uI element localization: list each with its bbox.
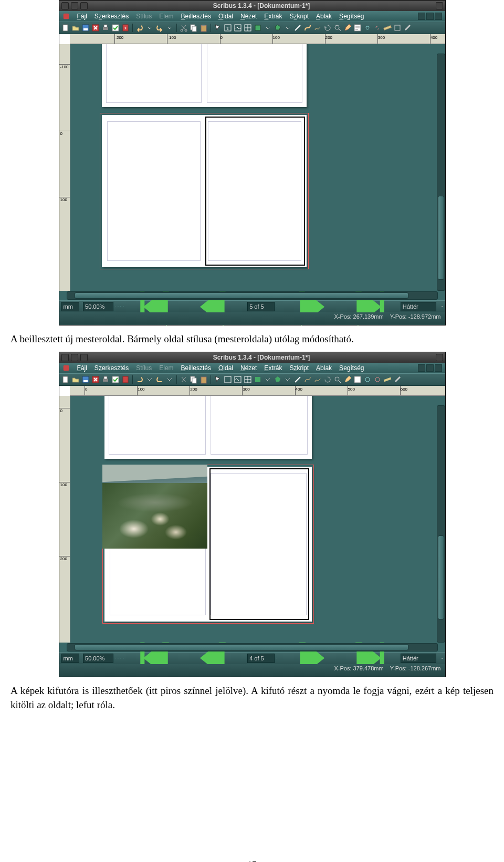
save-icon[interactable] xyxy=(81,375,90,384)
horizontal-scrollbar[interactable] xyxy=(67,291,438,300)
story-editor-icon[interactable] xyxy=(353,24,362,32)
image-frame-icon[interactable] xyxy=(234,375,242,384)
select-icon[interactable] xyxy=(214,24,222,32)
spinner-icon[interactable] xyxy=(115,303,116,310)
paste-icon[interactable] xyxy=(200,375,208,384)
zoom-100-icon[interactable]: 1 xyxy=(120,303,121,310)
chevron-down-icon[interactable] xyxy=(81,304,82,309)
window-button[interactable] xyxy=(71,354,78,361)
mdi-min-icon[interactable] xyxy=(418,13,425,20)
window-button[interactable] xyxy=(80,2,88,9)
menu-insert[interactable]: Beillesztés xyxy=(181,364,211,372)
print-icon[interactable] xyxy=(101,24,110,32)
zoom-icon[interactable] xyxy=(333,24,342,32)
menu-file[interactable]: Fájl xyxy=(77,364,87,372)
edit-text-icon[interactable] xyxy=(343,24,352,32)
menu-style[interactable]: Stílus xyxy=(136,364,152,372)
redo-icon[interactable] xyxy=(155,24,164,32)
page-field[interactable] xyxy=(247,654,275,663)
page-field[interactable] xyxy=(247,302,275,311)
menu-item[interactable]: Elem xyxy=(159,364,173,372)
mdi-close-icon[interactable] xyxy=(435,13,442,20)
unlink-icon[interactable] xyxy=(373,24,382,32)
spinner-icon[interactable] xyxy=(115,655,116,662)
eyedrop-icon[interactable] xyxy=(393,375,402,384)
chevron-down-icon[interactable] xyxy=(165,24,174,32)
vertical-scrollbar[interactable] xyxy=(437,405,445,643)
zoom-field[interactable] xyxy=(83,302,113,311)
pdf-icon[interactable] xyxy=(121,375,130,384)
menu-edit[interactable]: Szerkesztés xyxy=(94,13,129,20)
menu-page[interactable]: Oldal xyxy=(218,13,233,20)
undo-icon[interactable] xyxy=(135,375,144,384)
measure-icon[interactable] xyxy=(383,24,392,32)
chevron-down-icon[interactable] xyxy=(284,375,292,384)
chevron-down-icon[interactable] xyxy=(165,375,174,384)
settings-icon[interactable] xyxy=(442,303,443,310)
shape-icon[interactable] xyxy=(254,375,262,384)
chevron-down-icon[interactable] xyxy=(264,375,272,384)
table-icon[interactable] xyxy=(244,375,252,384)
canvas-area[interactable] xyxy=(70,396,445,643)
cut-icon[interactable] xyxy=(180,375,188,384)
copy-icon[interactable] xyxy=(190,375,198,384)
check-icon[interactable] xyxy=(111,24,120,32)
measure-icon[interactable] xyxy=(383,375,392,384)
canvas-area[interactable] xyxy=(70,44,445,291)
vertical-scrollbar[interactable] xyxy=(437,54,445,291)
zoom-100-icon[interactable] xyxy=(120,655,121,662)
menu-window[interactable]: Ablak xyxy=(316,364,332,372)
mdi-max-icon[interactable] xyxy=(426,13,434,20)
chevron-down-icon[interactable] xyxy=(145,375,154,384)
open-icon[interactable] xyxy=(71,24,80,32)
copy-props-icon[interactable] xyxy=(393,24,402,32)
pdf-icon[interactable]: P xyxy=(121,24,130,32)
menu-page[interactable]: Oldal xyxy=(218,364,233,372)
zoom-icon[interactable] xyxy=(333,375,342,384)
chevron-down-icon[interactable] xyxy=(264,24,272,32)
menu-file[interactable]: Fájl xyxy=(77,13,87,20)
check-icon[interactable] xyxy=(111,375,120,384)
save-icon[interactable] xyxy=(81,24,90,32)
menu-help[interactable]: Segítség xyxy=(339,13,364,20)
paste-icon[interactable] xyxy=(200,24,208,32)
menu-extras[interactable]: Extrák xyxy=(264,364,282,372)
close-icon[interactable] xyxy=(91,375,100,384)
menu-extras[interactable]: Extrák xyxy=(264,13,282,20)
menu-insert[interactable]: Beillesztés xyxy=(181,13,211,20)
rotate-icon[interactable] xyxy=(323,375,332,384)
menu-view[interactable]: Nézet xyxy=(240,13,257,20)
bezier-icon[interactable] xyxy=(303,24,312,32)
link-icon[interactable] xyxy=(363,375,372,384)
zoom-out-icon[interactable] xyxy=(118,655,119,662)
line-icon[interactable] xyxy=(293,24,302,32)
story-editor-icon[interactable] xyxy=(353,375,362,384)
menu-script[interactable]: Szkript xyxy=(289,364,309,372)
zoom-in-icon[interactable] xyxy=(123,655,124,662)
select-icon[interactable] xyxy=(214,375,222,384)
new-icon[interactable] xyxy=(61,375,70,384)
cut-icon[interactable] xyxy=(180,24,188,32)
freehand-icon[interactable] xyxy=(313,375,322,384)
print-icon[interactable] xyxy=(101,375,110,384)
layer-field[interactable] xyxy=(401,302,436,311)
zoom-in-icon[interactable] xyxy=(123,303,124,310)
line-icon[interactable] xyxy=(293,375,302,384)
undo-icon[interactable] xyxy=(135,24,144,32)
shape-icon[interactable] xyxy=(254,24,262,32)
freehand-icon[interactable] xyxy=(313,24,322,32)
layer-field[interactable] xyxy=(401,654,436,663)
settings-icon[interactable] xyxy=(442,655,443,662)
selected-frame[interactable] xyxy=(209,468,309,620)
mdi-close-icon[interactable] xyxy=(435,364,442,372)
table-icon[interactable] xyxy=(244,24,252,32)
menu-edit[interactable]: Szerkesztés xyxy=(94,364,129,372)
horizontal-scrollbar[interactable] xyxy=(67,643,438,651)
chevron-down-icon[interactable] xyxy=(276,656,277,661)
redo-icon[interactable] xyxy=(155,375,164,384)
image-frame-icon[interactable] xyxy=(234,24,242,32)
link-icon[interactable] xyxy=(363,24,372,32)
window-button[interactable] xyxy=(61,354,69,361)
copy-icon[interactable] xyxy=(190,24,198,32)
text-frame-icon[interactable] xyxy=(224,375,232,384)
